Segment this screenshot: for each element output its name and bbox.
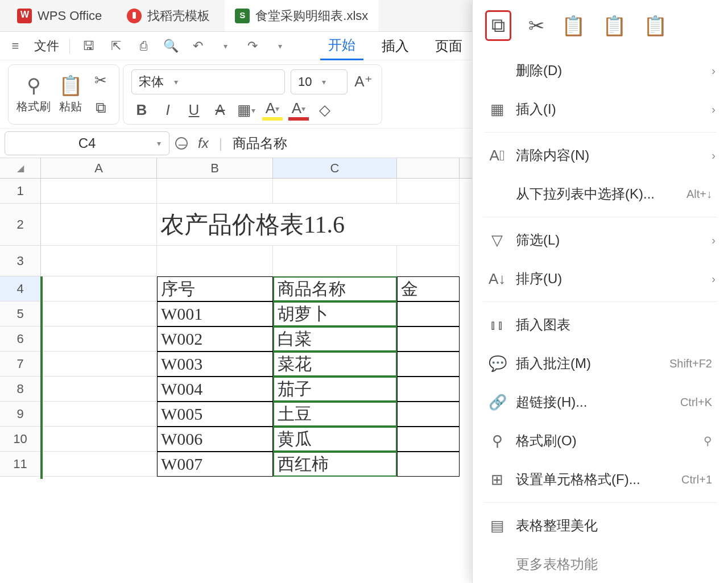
column-header-a[interactable]: A [41, 158, 157, 178]
cell[interactable] [397, 246, 460, 276]
row-header[interactable]: 4 [0, 276, 41, 301]
file-menu[interactable]: 文件 [34, 38, 59, 55]
table-cell[interactable]: 黄瓜 [273, 427, 397, 452]
table-cell[interactable]: W002 [157, 326, 273, 352]
cell[interactable] [41, 179, 157, 204]
table-cell[interactable] [397, 301, 460, 326]
copy-button-highlighted[interactable]: ⧉ [485, 10, 511, 41]
table-cell[interactable] [397, 402, 460, 427]
row-header[interactable]: 1 [0, 179, 41, 204]
row-header[interactable]: 11 [0, 452, 41, 477]
clear-format-icon[interactable]: ◇ [315, 100, 335, 121]
cell[interactable] [41, 377, 157, 402]
paste-button[interactable]: 📋 粘贴 [59, 74, 82, 114]
ctx-clear[interactable]: A⃠清除内容(N)› [473, 136, 728, 175]
ctx-insert[interactable]: ▦插入(I)› [473, 90, 728, 129]
format-painter-button[interactable]: ⚲ 格式刷 [16, 74, 51, 114]
copy-icon[interactable]: ⧉ [90, 98, 111, 118]
table-cell[interactable]: W004 [157, 377, 273, 402]
column-header-c[interactable]: C [273, 158, 397, 178]
cell[interactable] [41, 452, 157, 477]
cell[interactable] [273, 179, 397, 204]
cell[interactable] [273, 246, 397, 276]
cell[interactable] [41, 326, 157, 352]
table-cell[interactable] [397, 427, 460, 452]
table-header-cell[interactable]: 金 [397, 276, 460, 301]
table-cell[interactable] [397, 452, 460, 477]
font-size-select[interactable]: 10 ▾ [291, 69, 348, 94]
cell[interactable] [397, 179, 460, 204]
table-cell[interactable]: W003 [157, 352, 273, 377]
tab-layout[interactable]: 页面 [427, 32, 470, 60]
table-cell[interactable]: 土豆 [273, 402, 397, 427]
paste-icon[interactable]: 📋 [561, 14, 585, 37]
cell[interactable] [41, 427, 157, 452]
ctx-chart[interactable]: ⫾⫾插入图表 [473, 305, 728, 344]
table-cell[interactable]: W007 [157, 452, 273, 477]
table-header-cell-selected[interactable]: 商品名称 [273, 276, 397, 301]
table-cell[interactable]: 胡萝卜 [273, 301, 397, 326]
cell[interactable] [41, 204, 157, 246]
table-cell[interactable] [397, 352, 460, 377]
row-header[interactable]: 3 [0, 246, 41, 276]
table-cell[interactable]: 茄子 [273, 377, 397, 402]
cell[interactable] [41, 301, 157, 326]
row-header[interactable]: 8 [0, 377, 41, 402]
name-box[interactable]: C4 ▾ [5, 131, 169, 155]
tab-insert[interactable]: 插入 [374, 32, 417, 60]
tab-start[interactable]: 开始 [320, 31, 363, 60]
ctx-more-table[interactable]: 更多表格功能 [473, 545, 728, 583]
strikethrough-button[interactable]: A [210, 100, 230, 121]
cell[interactable] [41, 402, 157, 427]
file-tab[interactable]: 食堂采购明细表.xlsx [225, 0, 378, 31]
table-cell[interactable]: 菜花 [273, 352, 397, 377]
table-cell[interactable]: W006 [157, 427, 273, 452]
ctx-filter[interactable]: ▽筛选(L)› [473, 221, 728, 259]
ctx-comment[interactable]: 💬插入批注(M)Shift+F2 [473, 344, 728, 383]
row-header[interactable]: 6 [0, 326, 41, 352]
redo-dropdown-icon[interactable]: ▾ [271, 38, 288, 55]
column-header-d[interactable] [397, 158, 460, 178]
cell[interactable] [41, 276, 157, 301]
underline-button[interactable]: U [184, 100, 204, 121]
paste-special-icon[interactable]: 📋 [643, 14, 667, 37]
table-cell[interactable]: W001 [157, 301, 273, 326]
print-icon[interactable]: ⎙ [135, 38, 152, 55]
fx-icon[interactable]: fx [198, 135, 209, 151]
ctx-format-painter[interactable]: ⚲格式刷(O)⚲ [473, 421, 728, 460]
table-cell[interactable]: 白菜 [273, 326, 397, 352]
row-header[interactable]: 10 [0, 427, 41, 452]
font-name-select[interactable]: 宋体 ▾ [131, 69, 285, 94]
column-header-b[interactable]: B [157, 158, 273, 178]
highlight-button[interactable]: A▾ [262, 100, 283, 121]
hamburger-icon[interactable]: ≡ [7, 38, 24, 55]
ctx-beautify[interactable]: ▤表格整理美化 [473, 506, 728, 545]
undo-icon[interactable]: ↶ [189, 38, 206, 55]
cancel-formula-icon[interactable] [175, 137, 188, 150]
table-header-cell[interactable]: 序号 [157, 276, 273, 301]
wps-home-tab[interactable]: WPS Office [7, 0, 112, 31]
cell[interactable] [41, 352, 157, 377]
cut-icon[interactable]: ✂ [90, 71, 111, 91]
template-tab[interactable]: 找稻壳模板 [117, 0, 220, 31]
select-all-corner[interactable]: ◢ [0, 158, 41, 178]
ctx-dropdown-select[interactable]: .从下拉列表中选择(K)...Alt+↓ [473, 175, 728, 213]
row-header[interactable]: 2 [0, 204, 41, 246]
font-color-button[interactable]: A▾ [288, 100, 309, 121]
formula-value[interactable]: 商品名称 [233, 134, 287, 152]
cell[interactable] [157, 246, 273, 276]
title-cell[interactable]: 农产品价格表11.6 [157, 204, 460, 246]
cell[interactable] [157, 179, 273, 204]
table-cell[interactable] [397, 377, 460, 402]
table-cell[interactable]: W005 [157, 402, 273, 427]
italic-button[interactable]: I [158, 100, 178, 121]
ctx-sort[interactable]: A↓排序(U)› [473, 259, 728, 298]
ctx-hyperlink[interactable]: 🔗超链接(H)...Ctrl+K [473, 383, 728, 421]
ctx-delete[interactable]: 删除(D)› [473, 51, 728, 90]
save-icon[interactable]: 🖫 [80, 38, 97, 55]
redo-icon[interactable]: ↷ [244, 38, 261, 55]
borders-button[interactable]: ▦▾ [236, 100, 257, 121]
ctx-cell-format[interactable]: ⊞设置单元格格式(F)...Ctrl+1 [473, 460, 728, 499]
bold-button[interactable]: B [131, 100, 152, 121]
cut-icon[interactable]: ✂ [528, 14, 544, 37]
